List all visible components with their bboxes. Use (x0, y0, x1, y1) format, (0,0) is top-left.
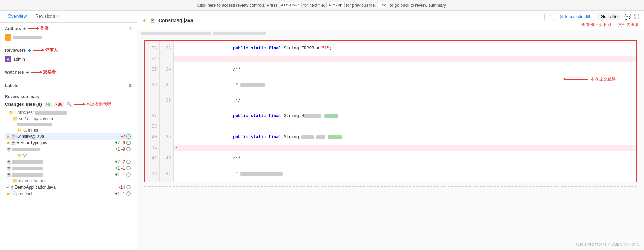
tab-revisions[interactable]: Revisions + (31, 11, 63, 22)
authors-header: Authors + 作者 ∧ (5, 25, 132, 31)
topbar-back: to go back to review summary. (390, 3, 447, 8)
side-by-side-button[interactable]: Side-by-side diff (556, 13, 594, 20)
review-summary: Review summary Changed files (8) +8 -36 … (0, 91, 137, 200)
blurred1-status (126, 147, 131, 151)
changed-files-label: Changed files (8) (5, 102, 42, 107)
line-num-r: 41 (159, 166, 173, 182)
topbar-text: Click here to access review controls. Pr… (197, 3, 277, 8)
watchers-header: Watchers + 观察者 (5, 69, 132, 75)
pom-del: -1 (121, 191, 125, 196)
vo-text: vo (23, 153, 28, 158)
annot-view-label: 文件内查看 (618, 22, 639, 28)
file-blurred1[interactable]: ☕ +1 -9 (5, 146, 132, 152)
branches-text: Branches/ (15, 110, 67, 115)
vo2-stats: +1 -1 (115, 166, 131, 171)
chat-icon[interactable]: 💬 (624, 13, 631, 20)
tab-overview[interactable]: Overview (4, 11, 31, 22)
vo1-name (12, 159, 115, 164)
content-area: ★ ☕ ConstMsg.java -2 Side-by-side diff G… (137, 11, 644, 250)
labels-gear-icon[interactable]: ⚙ (128, 83, 132, 88)
search-icon[interactable]: 🔍 (66, 102, 72, 107)
file-vo2[interactable]: ☕ +1 -1 (5, 165, 132, 171)
line-num-r: 36 (159, 93, 173, 108)
file-star: ★ (142, 18, 147, 23)
reviewer-row: A admin (5, 55, 132, 63)
changed-files-row: Changed files (8) +8 -36 🔍 本次增删代码 (5, 101, 132, 107)
diff-marker (173, 41, 180, 56)
line-num-r: 40 (159, 151, 173, 166)
deletions-badge: -36 (54, 102, 64, 107)
table-row: 37 public static final String S (145, 108, 636, 124)
authors-title: Authors (5, 26, 21, 31)
file-demo[interactable]: – ☕ DemoApplication.java -14 (5, 184, 132, 190)
watchers-title: Watchers (5, 70, 24, 75)
vo1-stats: +2 -2 (115, 159, 131, 164)
code-content: /** (180, 62, 636, 77)
methodtype-status (126, 141, 131, 145)
top-bar: Click here to access review controls. Pr… (0, 0, 644, 11)
author-row (5, 33, 132, 41)
common-folder-icon: 📁 (17, 128, 22, 133)
go-to-file-button[interactable]: Go to file (597, 13, 621, 20)
demo-del: -14 (119, 185, 125, 190)
diff-marker (173, 151, 180, 166)
demo-stats: -14 (119, 185, 131, 190)
blurred1-stats: +1 -9 (115, 147, 131, 152)
table-row: 43 41 * (145, 166, 636, 182)
topbar-next: for next file, (303, 3, 325, 8)
common-text: common (23, 128, 39, 133)
sidebar-tabs: Overview Revisions + (0, 11, 137, 23)
authors-add[interactable]: + (23, 26, 26, 31)
blurred1-name (12, 147, 115, 152)
file-header: ★ ☕ ConstMsg.java -2 Side-by-side diff G… (137, 11, 644, 30)
watchers-add[interactable]: + (26, 69, 29, 75)
diff-marker (173, 62, 180, 77)
table-row: 34 - (145, 56, 636, 62)
code-content: * (180, 77, 636, 93)
alt-down-key: Alt-Down (279, 2, 302, 8)
file-vo1[interactable]: ☕ +2 -2 (5, 159, 132, 165)
methodtype-add: +2 (115, 140, 120, 145)
sidebar: Overview Revisions + Authors + 作者 ∧ (0, 11, 137, 250)
line-num-r (159, 124, 173, 129)
constmsg-del: -2 (121, 134, 125, 139)
code-content: /** (180, 151, 636, 166)
file-methodtype[interactable]: ★ ☕ MethodType.java +2 -6 (5, 140, 132, 146)
line-num-l: 34 (145, 56, 159, 62)
vo2-name (12, 166, 115, 171)
methodtype-star: ★ (6, 140, 10, 145)
file-pom[interactable]: ★ 📄 pom.xml +1 -1 (5, 190, 132, 197)
vo3-name (12, 172, 115, 177)
code-content: public static final String S (180, 108, 636, 124)
src-folder-icon: 📁 (13, 116, 18, 121)
demo-dash: – (6, 185, 9, 190)
author-name (13, 35, 42, 40)
demo-status (126, 185, 131, 189)
watchers-section: Watchers + 观察者 (0, 66, 137, 80)
annot-compare-label: 查看和上次不同 (581, 22, 611, 28)
pom-name: pom.xml (16, 191, 115, 196)
additions-annotation: 本次增删代码 (86, 101, 111, 107)
diff-viewer[interactable]: 33 33 public static final String ERROR =… (137, 30, 644, 250)
common-folder: 📁 common (5, 127, 132, 133)
file-vo3[interactable]: ☕ +1 -1 (5, 171, 132, 178)
line-num-l: 43 (145, 166, 159, 182)
watchers-annotation: 观察者 (43, 69, 56, 75)
methodtype-del: -6 (121, 140, 125, 145)
vo3-icon: ☕ (6, 172, 12, 177)
author-avatar (5, 34, 11, 41)
expand-icon[interactable]: ⛶ (634, 14, 639, 19)
reviewers-title: Reviewers (5, 48, 26, 53)
authors-annotation: 作者 (40, 25, 49, 31)
diff-marker (173, 124, 180, 129)
line-num-l: 40 (145, 129, 159, 145)
constmsg-status (126, 134, 131, 139)
src-path: 📁 src/main/java/com (5, 116, 132, 122)
line-num-l: 37 (145, 108, 159, 124)
authors-chevron[interactable]: ∧ (129, 26, 132, 31)
demo-icon: ☕ (10, 185, 15, 190)
table-row: 38 (145, 124, 636, 129)
reviewers-add[interactable]: + (28, 48, 31, 53)
file-constmsg[interactable]: ★ ☕ ConstMsg.java -2 (5, 133, 132, 140)
diff-marker (173, 108, 180, 124)
